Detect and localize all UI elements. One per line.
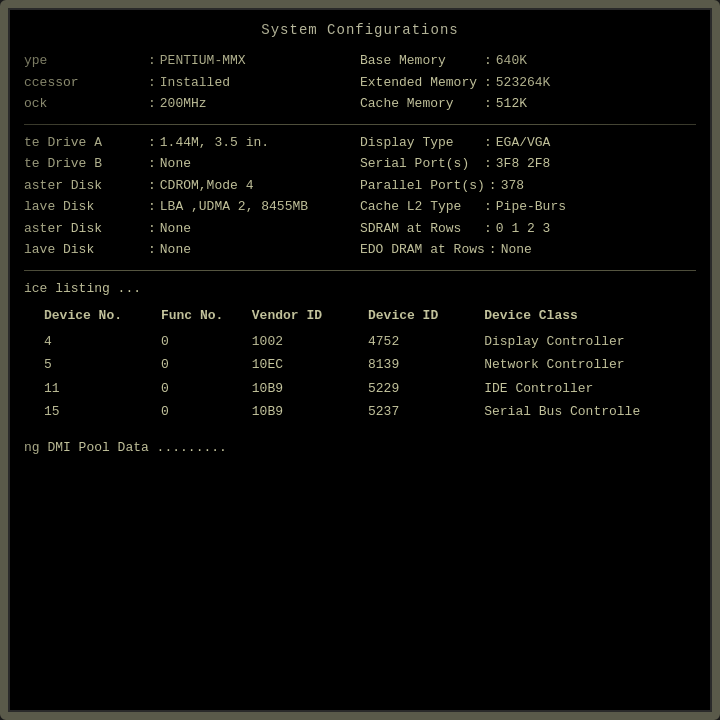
- pci-col-vendor-id: Vendor ID: [252, 304, 368, 330]
- edo-dram-rows-label: EDO DRAM at Rows: [360, 240, 485, 260]
- ide1-slave-value: None: [160, 240, 191, 260]
- ide0-master-value: CDROM,Mode 4: [160, 176, 254, 196]
- parallel-ports-label: Parallel Port(s): [360, 176, 485, 196]
- screen-content: System Configurations ype : PENTIUM-MMX …: [24, 20, 696, 700]
- drive-b-row: te Drive B : None: [24, 154, 360, 174]
- drive-a-value: 1.44M, 3.5 in.: [160, 133, 269, 153]
- ide0-master-label: aster Disk: [24, 176, 144, 196]
- edo-dram-rows-value: None: [501, 240, 532, 260]
- cache-memory-label: Cache Memory: [360, 94, 480, 114]
- serial-ports-row: Serial Port(s) : 3F8 2F8: [360, 154, 696, 174]
- ide0-slave-row: lave Disk : LBA ,UDMA 2, 8455MB: [24, 197, 360, 217]
- drive-b-label: te Drive B: [24, 154, 144, 174]
- cpu-type-label: ype: [24, 51, 144, 71]
- pci-device-id-2: 5229: [368, 377, 484, 401]
- ide0-slave-label: lave Disk: [24, 197, 144, 217]
- pci-func-no-3: 0: [161, 400, 252, 424]
- pci-table-row: 4 0 1002 4752 Display Controller: [24, 330, 696, 354]
- ports-col: Display Type : EGA/VGA Serial Port(s) : …: [360, 133, 696, 262]
- display-type-row: Display Type : EGA/VGA: [360, 133, 696, 153]
- display-type-value: EGA/VGA: [496, 133, 551, 153]
- ide1-master-row: aster Disk : None: [24, 219, 360, 239]
- drive-a-row: te Drive A : 1.44M, 3.5 in.: [24, 133, 360, 153]
- top-config-section: ype : PENTIUM-MMX ccessor : Installed oc…: [24, 51, 696, 116]
- cache-memory-value: 512K: [496, 94, 527, 114]
- ide1-slave-label: lave Disk: [24, 240, 144, 260]
- ide1-slave-row: lave Disk : None: [24, 240, 360, 260]
- pci-device-class-1: Network Controller: [484, 353, 696, 377]
- dmi-line: ng DMI Pool Data .........: [24, 438, 696, 458]
- sdram-rows-row: SDRAM at Rows : 0 1 2 3: [360, 219, 696, 239]
- screen-title: System Configurations: [24, 20, 696, 41]
- pci-func-no-2: 0: [161, 377, 252, 401]
- drive-b-value: None: [160, 154, 191, 174]
- clock-label: ock: [24, 94, 144, 114]
- clock-row: ock : 200MHz: [24, 94, 360, 114]
- coprocessor-label: ccessor: [24, 73, 144, 93]
- cache-l2-value: Pipe-Burs: [496, 197, 566, 217]
- ide0-slave-value: LBA ,UDMA 2, 8455MB: [160, 197, 308, 217]
- monitor-frame: System Configurations ype : PENTIUM-MMX …: [0, 0, 720, 720]
- pci-col-device-no: Device No.: [24, 304, 161, 330]
- clock-value: 200MHz: [160, 94, 207, 114]
- edo-dram-rows-row: EDO DRAM at Rows : None: [360, 240, 696, 260]
- drives-col: te Drive A : 1.44M, 3.5 in. te Drive B :…: [24, 133, 360, 262]
- serial-ports-value: 3F8 2F8: [496, 154, 551, 174]
- base-memory-row: Base Memory : 640K: [360, 51, 696, 71]
- storage-config-section: te Drive A : 1.44M, 3.5 in. te Drive B :…: [24, 133, 696, 262]
- pci-table-row: 11 0 10B9 5229 IDE Controller: [24, 377, 696, 401]
- pci-device-no-3: 15: [24, 400, 161, 424]
- ide1-master-value: None: [160, 219, 191, 239]
- extended-memory-row: Extended Memory : 523264K: [360, 73, 696, 93]
- pci-device-no-2: 11: [24, 377, 161, 401]
- cache-l2-label: Cache L2 Type: [360, 197, 480, 217]
- pci-func-no-1: 0: [161, 353, 252, 377]
- extended-memory-value: 523264K: [496, 73, 551, 93]
- pci-heading: ice listing ...: [24, 279, 696, 299]
- cpu-type-row: ype : PENTIUM-MMX: [24, 51, 360, 71]
- pci-device-class-2: IDE Controller: [484, 377, 696, 401]
- base-memory-value: 640K: [496, 51, 527, 71]
- pci-col-device-id: Device ID: [368, 304, 484, 330]
- pci-table-row: 5 0 10EC 8139 Network Controller: [24, 353, 696, 377]
- pci-vendor-id-3: 10B9: [252, 400, 368, 424]
- cache-l2-row: Cache L2 Type : Pipe-Burs: [360, 197, 696, 217]
- pci-device-class-0: Display Controller: [484, 330, 696, 354]
- pci-device-id-0: 4752: [368, 330, 484, 354]
- coprocessor-value: Installed: [160, 73, 230, 93]
- pci-func-no-0: 0: [161, 330, 252, 354]
- memory-info-col: Base Memory : 640K Extended Memory : 523…: [360, 51, 696, 116]
- pci-table-row: 15 0 10B9 5237 Serial Bus Controlle: [24, 400, 696, 424]
- coprocessor-row: ccessor : Installed: [24, 73, 360, 93]
- section-divider-1: [24, 124, 696, 125]
- pci-device-no-1: 5: [24, 353, 161, 377]
- pci-col-device-class: Device Class: [484, 304, 696, 330]
- pci-device-id-1: 8139: [368, 353, 484, 377]
- cpu-type-value: PENTIUM-MMX: [160, 51, 246, 71]
- drive-a-label: te Drive A: [24, 133, 144, 153]
- pci-device-no-0: 4: [24, 330, 161, 354]
- pci-vendor-id-1: 10EC: [252, 353, 368, 377]
- sdram-rows-value: 0 1 2 3: [496, 219, 551, 239]
- pci-vendor-id-0: 1002: [252, 330, 368, 354]
- pci-device-id-3: 5237: [368, 400, 484, 424]
- cpu-info-col: ype : PENTIUM-MMX ccessor : Installed oc…: [24, 51, 360, 116]
- pci-col-func-no: Func No.: [161, 304, 252, 330]
- display-type-label: Display Type: [360, 133, 480, 153]
- ide0-master-row: aster Disk : CDROM,Mode 4: [24, 176, 360, 196]
- sdram-rows-label: SDRAM at Rows: [360, 219, 480, 239]
- pci-vendor-id-2: 10B9: [252, 377, 368, 401]
- extended-memory-label: Extended Memory: [360, 73, 480, 93]
- base-memory-label: Base Memory: [360, 51, 480, 71]
- cache-memory-row: Cache Memory : 512K: [360, 94, 696, 114]
- pci-table-header-row: Device No. Func No. Vendor ID Device ID …: [24, 304, 696, 330]
- parallel-ports-row: Parallel Port(s) : 378: [360, 176, 696, 196]
- serial-ports-label: Serial Port(s): [360, 154, 480, 174]
- pci-table: Device No. Func No. Vendor ID Device ID …: [24, 304, 696, 424]
- ide1-master-label: aster Disk: [24, 219, 144, 239]
- parallel-ports-value: 378: [501, 176, 524, 196]
- screen: System Configurations ype : PENTIUM-MMX …: [10, 10, 710, 710]
- section-divider-2: [24, 270, 696, 271]
- pci-device-class-3: Serial Bus Controlle: [484, 400, 696, 424]
